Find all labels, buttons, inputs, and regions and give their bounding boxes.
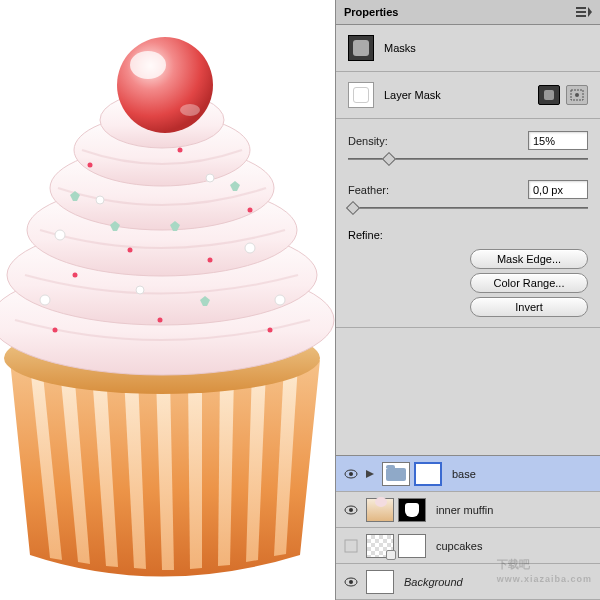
svg-point-13 bbox=[275, 295, 285, 305]
expand-icon[interactable] bbox=[366, 469, 376, 479]
svg-point-11 bbox=[136, 286, 144, 294]
panel-menu-icon[interactable] bbox=[574, 5, 594, 19]
svg-point-12 bbox=[40, 295, 50, 305]
panel-title: Properties bbox=[344, 6, 398, 18]
mask-type-label: Layer Mask bbox=[384, 89, 441, 101]
svg-point-9 bbox=[206, 174, 214, 182]
mask-thumbnail-selected[interactable] bbox=[414, 462, 442, 486]
svg-point-34 bbox=[349, 580, 353, 584]
layer-name[interactable]: inner muffin bbox=[436, 504, 493, 516]
properties-panel: Properties Masks Layer Mask Density: bbox=[335, 0, 600, 600]
feather-slider[interactable] bbox=[348, 203, 588, 215]
layer-name[interactable]: Background bbox=[404, 576, 463, 588]
layer-thumbnail[interactable] bbox=[366, 570, 394, 594]
visibility-icon[interactable] bbox=[342, 537, 360, 555]
layer-name[interactable]: base bbox=[452, 468, 476, 480]
mask-edge-button[interactable]: Mask Edge... bbox=[470, 249, 588, 269]
color-range-button[interactable]: Color Range... bbox=[470, 273, 588, 293]
mask-thumbnail[interactable] bbox=[398, 534, 426, 558]
svg-point-22 bbox=[268, 328, 273, 333]
svg-point-10 bbox=[245, 243, 255, 253]
svg-point-24 bbox=[130, 51, 166, 79]
visibility-icon[interactable] bbox=[342, 465, 360, 483]
masks-label: Masks bbox=[384, 42, 416, 54]
panel-spacer bbox=[336, 328, 600, 455]
svg-point-31 bbox=[349, 508, 353, 512]
svg-point-21 bbox=[53, 328, 58, 333]
density-label: Density: bbox=[348, 135, 388, 147]
svg-point-8 bbox=[96, 196, 104, 204]
svg-point-27 bbox=[575, 93, 579, 97]
panel-tab-bar: Properties bbox=[336, 0, 600, 25]
density-slider[interactable] bbox=[348, 154, 588, 166]
svg-point-25 bbox=[180, 104, 200, 116]
svg-point-15 bbox=[178, 148, 183, 153]
masks-header-section: Masks bbox=[336, 25, 600, 72]
invert-button[interactable]: Invert bbox=[470, 297, 588, 317]
svg-point-17 bbox=[208, 258, 213, 263]
feather-input[interactable] bbox=[528, 180, 588, 199]
canvas-area bbox=[0, 0, 335, 600]
svg-point-14 bbox=[88, 163, 93, 168]
svg-rect-32 bbox=[345, 540, 357, 552]
layer-row-base[interactable]: base bbox=[336, 456, 600, 492]
layer-name[interactable]: cupcakes bbox=[436, 540, 482, 552]
visibility-icon[interactable] bbox=[342, 501, 360, 519]
svg-point-16 bbox=[128, 248, 133, 253]
feather-label: Feather: bbox=[348, 184, 389, 196]
mask-type-section: Layer Mask bbox=[336, 72, 600, 119]
layer-row-cupcakes[interactable]: cupcakes bbox=[336, 528, 600, 564]
density-input[interactable] bbox=[528, 131, 588, 150]
vector-mask-button[interactable] bbox=[566, 85, 588, 105]
mask-thumbnail[interactable] bbox=[348, 82, 374, 108]
mask-mode-icon[interactable] bbox=[348, 35, 374, 61]
folder-thumbnail[interactable] bbox=[382, 462, 410, 486]
pixel-mask-button[interactable] bbox=[538, 85, 560, 105]
layer-row-inner-muffin[interactable]: inner muffin bbox=[336, 492, 600, 528]
svg-point-18 bbox=[73, 273, 78, 278]
svg-point-20 bbox=[158, 318, 163, 323]
mask-thumbnail[interactable] bbox=[398, 498, 426, 522]
layer-thumbnail[interactable] bbox=[366, 498, 394, 522]
visibility-icon[interactable] bbox=[342, 573, 360, 591]
layers-list: base inner muffin cupcakes Background bbox=[336, 455, 600, 600]
sliders-section: Density: Feather: Refine: Mask Edge... C… bbox=[336, 119, 600, 328]
layer-row-background[interactable]: Background bbox=[336, 564, 600, 600]
svg-point-19 bbox=[248, 208, 253, 213]
layer-thumbnail[interactable] bbox=[366, 534, 394, 558]
svg-point-29 bbox=[349, 472, 353, 476]
svg-point-23 bbox=[117, 37, 213, 133]
refine-label: Refine: bbox=[348, 229, 588, 241]
svg-point-7 bbox=[55, 230, 65, 240]
